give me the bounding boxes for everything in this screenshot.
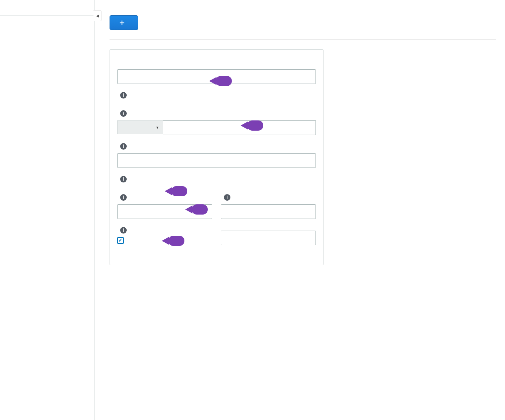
info-icon[interactable]: i bbox=[120, 92, 127, 99]
lambda-function-input[interactable] bbox=[163, 120, 316, 135]
info-icon[interactable]: i bbox=[224, 194, 230, 201]
sidebar-divider bbox=[0, 15, 94, 16]
section-divider bbox=[110, 39, 496, 40]
name-input[interactable] bbox=[117, 69, 316, 84]
caching-enabled-checkbox[interactable] bbox=[117, 237, 124, 244]
plus-icon: ＋ bbox=[118, 19, 126, 27]
caret-down-icon: ▼ bbox=[156, 126, 159, 130]
info-icon[interactable]: i bbox=[120, 110, 127, 117]
ttl-input[interactable] bbox=[221, 231, 316, 245]
token-source-input[interactable] bbox=[117, 204, 212, 219]
sidebar bbox=[0, 0, 95, 420]
lambda-invoke-role-input[interactable] bbox=[117, 153, 316, 168]
token-validation-input[interactable] bbox=[221, 204, 316, 219]
callout-6 bbox=[168, 236, 184, 246]
main-content: ＋ i i bbox=[95, 0, 505, 420]
info-icon[interactable]: i bbox=[120, 176, 127, 182]
lambda-region-select[interactable]: ▼ bbox=[117, 120, 163, 134]
cancel-button[interactable] bbox=[217, 254, 229, 258]
info-icon[interactable]: i bbox=[120, 227, 127, 234]
create-new-authorizer-button[interactable]: ＋ bbox=[110, 15, 138, 30]
info-icon[interactable]: i bbox=[120, 194, 127, 201]
create-button[interactable] bbox=[204, 254, 216, 258]
create-authorizer-panel: i i ▼ bbox=[110, 49, 324, 265]
info-icon[interactable]: i bbox=[120, 143, 127, 150]
